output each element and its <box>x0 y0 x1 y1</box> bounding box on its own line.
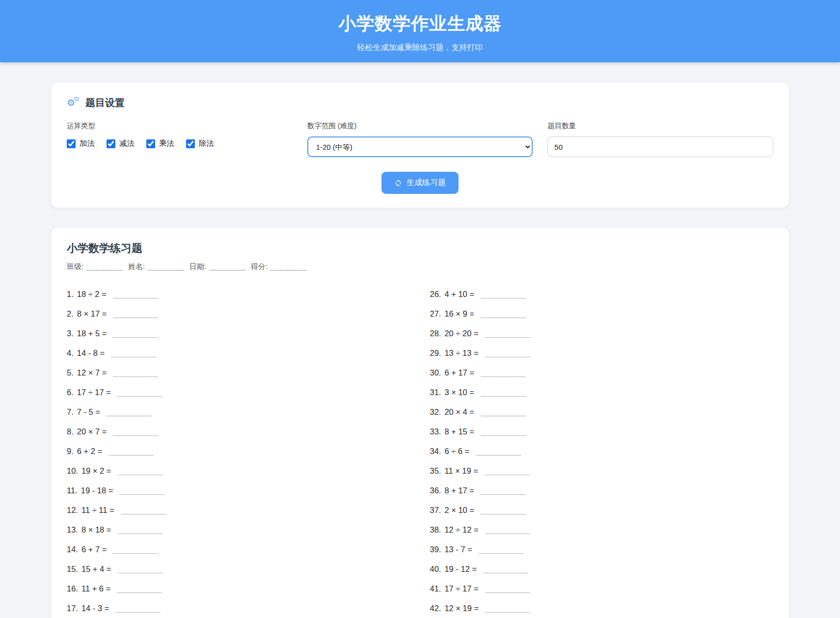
answer-line <box>115 604 161 613</box>
problem-row: 39. 13 - 7 = <box>430 539 774 559</box>
problem-expression: 8 × 18 = <box>81 525 111 535</box>
problem-expression: 16 × 9 = <box>444 309 474 319</box>
problem-expression: 8 + 17 = <box>444 486 474 495</box>
settings-heading: ⚙ ⚙ 题目设置 <box>67 96 773 109</box>
problem-row: 16. 11 + 6 = <box>67 579 410 598</box>
problem-expression: 18 + 5 = <box>77 329 107 338</box>
operation-checkbox-item[interactable]: 减法 <box>107 138 135 149</box>
problem-number: 30. <box>430 368 441 377</box>
answer-line <box>117 388 163 397</box>
problem-expression: 12 ÷ 12 = <box>444 525 478 535</box>
problem-expression: 6 + 17 = <box>444 368 474 377</box>
answer-line <box>113 428 158 436</box>
problem-expression: 20 × 7 = <box>77 427 107 436</box>
refresh-icon <box>394 179 402 187</box>
problem-expression: 7 - 5 = <box>77 407 100 417</box>
problem-row: 31. 3 × 10 = <box>430 382 774 402</box>
problem-row: 28. 20 ÷ 20 = <box>430 323 774 343</box>
problem-expression: 19 × 2 = <box>81 466 111 476</box>
problem-number: 38. <box>430 525 441 535</box>
problem-number: 33. <box>430 427 441 436</box>
problem-expression: 11 + 6 = <box>81 584 110 593</box>
meta-field-blank: ________ <box>271 262 307 271</box>
button-row: 生成练习题 <box>67 172 773 194</box>
problem-row: 5. 12 × 7 = <box>67 363 410 382</box>
answer-line <box>479 545 524 554</box>
answer-line <box>481 369 526 377</box>
problem-number: 14. <box>67 545 78 554</box>
operation-checkbox-item[interactable]: 除法 <box>186 138 214 149</box>
problem-number: 29. <box>430 349 441 358</box>
problem-row: 4. 14 - 8 = <box>67 343 410 363</box>
number-range-field: 数字范围 (难度) 1-20 (中等) <box>307 121 533 157</box>
problem-number: 16. <box>67 584 78 593</box>
problem-row: 15. 15 + 4 = <box>67 559 410 579</box>
meta-field-blank: ________ <box>209 262 246 271</box>
main-container: ⚙ ⚙ 题目设置 运算类型 加法 <box>51 82 789 618</box>
problem-number: 37. <box>430 506 441 515</box>
operation-checkbox[interactable] <box>107 139 115 148</box>
problem-expression: 3 × 10 = <box>444 388 474 397</box>
problem-expression: 19 - 12 = <box>444 564 477 574</box>
problem-row: 1. 18 ÷ 2 = <box>67 284 410 304</box>
operation-checkbox[interactable] <box>146 139 155 148</box>
answer-line <box>485 526 530 534</box>
answer-line <box>113 545 158 554</box>
problem-expression: 6 ÷ 6 = <box>444 447 469 456</box>
problem-expression: 8 × 17 = <box>77 309 107 319</box>
problem-number: 2. <box>67 309 74 319</box>
meta-field: 日期: ________ <box>190 262 246 271</box>
meta-field: 得分: ________ <box>251 262 307 271</box>
problem-row: 29. 13 ÷ 13 = <box>430 343 774 363</box>
operation-checkbox-item[interactable]: 乘法 <box>146 138 174 149</box>
problem-number: 1. <box>67 290 74 299</box>
problem-number: 39. <box>430 545 441 554</box>
answer-line <box>113 369 158 377</box>
answer-line <box>113 290 158 298</box>
answer-line <box>108 447 154 456</box>
problem-number: 40. <box>430 564 441 574</box>
problem-row: 14. 6 + 7 = <box>67 539 410 559</box>
worksheet-meta-line: 班级: ________ 姓名: ________ 日期: ________ 得… <box>67 262 773 271</box>
problem-row: 37. 2 × 10 = <box>430 500 774 520</box>
answer-line <box>118 565 163 573</box>
operation-checkbox[interactable] <box>67 139 76 148</box>
answer-line <box>481 486 526 495</box>
problem-number: 9. <box>67 447 74 456</box>
problem-expression: 6 + 2 = <box>77 447 102 456</box>
problem-row: 34. 6 ÷ 6 = <box>430 441 774 461</box>
answer-line <box>485 604 530 613</box>
operation-checkbox-group: 加法 减法 乘法 <box>67 138 293 149</box>
problem-expression: 11 ÷ 11 = <box>81 506 114 515</box>
problem-number: 8. <box>67 427 74 436</box>
question-count-input[interactable] <box>547 136 773 157</box>
problem-row: 40. 19 - 12 = <box>430 559 774 579</box>
number-range-select[interactable]: 1-20 (中等) <box>307 136 533 157</box>
problem-expression: 4 + 10 = <box>444 290 474 299</box>
answer-line <box>107 408 152 416</box>
problem-row: 26. 4 + 10 = <box>430 284 774 304</box>
problem-row: 41. 17 ÷ 17 = <box>430 579 774 598</box>
operation-checkbox-label: 除法 <box>199 138 214 149</box>
problem-row: 8. 20 × 7 = <box>67 422 410 441</box>
problem-number: 10. <box>67 466 78 476</box>
problem-row: 32. 20 × 4 = <box>430 402 774 422</box>
question-count-field: 题目数量 <box>547 121 773 157</box>
problem-number: 41. <box>430 584 441 593</box>
answer-line <box>118 467 163 475</box>
problem-number: 27. <box>430 309 441 319</box>
problem-expression: 13 - 7 = <box>444 545 472 554</box>
answer-line <box>119 486 164 495</box>
operation-checkbox-item[interactable]: 加法 <box>67 138 95 149</box>
problem-row: 7. 7 - 5 = <box>67 402 410 422</box>
problem-number: 32. <box>430 407 441 417</box>
operation-checkbox-label: 乘法 <box>159 138 174 149</box>
answer-line <box>481 408 526 416</box>
generate-button[interactable]: 生成练习题 <box>381 172 459 194</box>
problem-expression: 17 ÷ 17 = <box>444 584 478 593</box>
operation-checkbox[interactable] <box>186 139 195 148</box>
problem-row: 17. 14 - 3 = <box>67 598 410 618</box>
problem-row: 13. 8 × 18 = <box>67 520 410 539</box>
generate-button-label: 生成练习题 <box>406 178 446 188</box>
problem-row: 11. 19 - 18 = <box>67 481 410 500</box>
